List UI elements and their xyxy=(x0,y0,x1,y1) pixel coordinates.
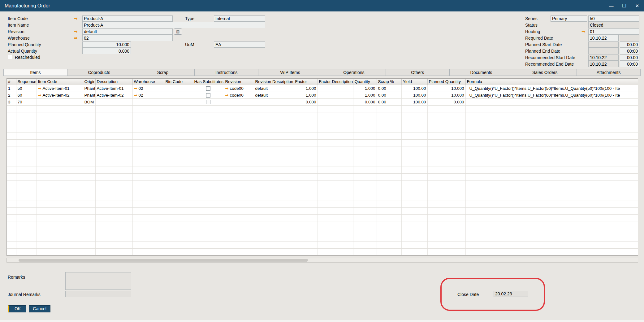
revision-field[interactable]: default xyxy=(82,28,173,35)
cell-planned-quantity[interactable] xyxy=(427,160,465,167)
scrollbar-thumb[interactable] xyxy=(19,259,308,262)
cell-revision-description[interactable] xyxy=(254,173,294,180)
cell-num[interactable] xyxy=(7,112,16,119)
cell-formula[interactable] xyxy=(465,139,638,146)
cell-yield-pct[interactable] xyxy=(401,194,427,201)
cell-warehouse[interactable] xyxy=(132,248,164,255)
cell-revision[interactable] xyxy=(224,228,254,235)
cell-yield-pct[interactable] xyxy=(401,214,427,221)
cell-yield-pct[interactable] xyxy=(401,201,427,207)
cell-revision-description[interactable] xyxy=(254,187,294,194)
cell-origin[interactable] xyxy=(83,153,95,160)
cell-revision[interactable] xyxy=(224,194,254,201)
has-substitutes-checkbox[interactable] xyxy=(206,93,210,98)
cell-formula[interactable] xyxy=(465,98,638,105)
cell-bin-code[interactable] xyxy=(164,85,193,92)
cell-description[interactable] xyxy=(95,105,132,112)
cell-warehouse[interactable] xyxy=(132,180,164,187)
cell-bin-code[interactable] xyxy=(164,133,193,139)
cell-revision-description[interactable] xyxy=(254,228,294,235)
cell-factor[interactable] xyxy=(294,180,318,187)
col-header-planned-quantity[interactable]: Planned Quantity xyxy=(427,79,465,85)
cell-revision[interactable] xyxy=(224,201,254,207)
cell-num[interactable] xyxy=(7,173,16,180)
cell-factor-description[interactable] xyxy=(318,105,353,112)
cell-yield-pct[interactable] xyxy=(401,187,427,194)
planned-quantity-field[interactable]: 10.000 xyxy=(82,41,131,48)
cell-description[interactable] xyxy=(95,173,132,180)
cell-origin[interactable] xyxy=(83,126,95,133)
cell-scrap-pct[interactable]: 0.00 xyxy=(377,98,401,105)
cell-warehouse[interactable] xyxy=(132,160,164,167)
cell-scrap-pct[interactable] xyxy=(377,160,401,167)
cell-factor-description[interactable] xyxy=(318,126,353,133)
cell-quantity[interactable] xyxy=(353,235,377,242)
cell-factor-description[interactable] xyxy=(318,85,353,92)
cell-has-substitutes[interactable] xyxy=(193,167,224,173)
cell-origin[interactable] xyxy=(83,235,95,242)
col-header-sequence[interactable]: Sequence xyxy=(16,79,37,85)
cell-sequence[interactable]: 50 xyxy=(16,85,37,92)
cell-sequence[interactable] xyxy=(16,180,37,187)
cell-planned-quantity[interactable] xyxy=(427,248,465,255)
tab-wip-items[interactable]: WIP Items xyxy=(258,69,322,76)
cell-revision-description[interactable]: default xyxy=(254,92,294,98)
planned-start-time-field[interactable]: 00:00 xyxy=(620,41,639,48)
has-substitutes-checkbox[interactable] xyxy=(206,86,210,91)
cell-warehouse[interactable] xyxy=(132,133,164,139)
cell-formula[interactable] xyxy=(465,153,638,160)
cell-num[interactable] xyxy=(7,146,16,153)
cell-item-code[interactable] xyxy=(37,139,83,146)
planned-end-date-field[interactable] xyxy=(588,48,619,54)
cell-origin[interactable] xyxy=(83,207,95,214)
cell-item-code[interactable] xyxy=(37,235,83,242)
cell-yield-pct[interactable] xyxy=(401,153,427,160)
cell-item-code[interactable] xyxy=(37,98,83,105)
tab-items[interactable]: Items xyxy=(3,69,67,76)
cell-revision-description[interactable] xyxy=(254,180,294,187)
cell-factor[interactable] xyxy=(294,187,318,194)
cell-description[interactable] xyxy=(95,242,132,248)
cell-item-code[interactable] xyxy=(37,180,83,187)
cell-quantity[interactable] xyxy=(353,221,377,228)
cell-description[interactable] xyxy=(95,160,132,167)
cell-factor-description[interactable] xyxy=(318,235,353,242)
cell-description[interactable] xyxy=(95,228,132,235)
actual-quantity-field[interactable]: 0.000 xyxy=(82,48,131,54)
cell-quantity[interactable] xyxy=(353,248,377,255)
col-header-quantity[interactable]: Quantity xyxy=(353,79,377,85)
cell-sequence[interactable] xyxy=(16,221,37,228)
cell-item-code[interactable] xyxy=(37,126,83,133)
cell-item-code[interactable] xyxy=(37,146,83,153)
item-code-field[interactable]: Product-A xyxy=(82,15,173,22)
cell-item-code[interactable] xyxy=(37,167,83,173)
cell-item-code[interactable] xyxy=(37,242,83,248)
routing-field[interactable]: 01 xyxy=(588,28,639,35)
cell-num[interactable] xyxy=(7,187,16,194)
minimize-icon[interactable]: — xyxy=(605,0,618,11)
cell-scrap-pct[interactable] xyxy=(377,221,401,228)
cell-description[interactable] xyxy=(95,133,132,139)
cell-origin[interactable] xyxy=(83,133,95,139)
cell-revision-description[interactable]: default xyxy=(254,85,294,92)
cell-planned-quantity[interactable]: 10.000 xyxy=(427,92,465,98)
cell-origin[interactable] xyxy=(83,119,95,126)
cell-revision[interactable] xyxy=(224,146,254,153)
cell-sequence[interactable] xyxy=(16,201,37,207)
cell-sequence[interactable] xyxy=(16,146,37,153)
cell-scrap-pct[interactable] xyxy=(377,153,401,160)
cell-item-code[interactable] xyxy=(37,173,83,180)
cell-factor[interactable]: 0.000 xyxy=(294,98,318,105)
cell-item-code[interactable]: ➡Active-Item-01 xyxy=(37,85,83,92)
cell-revision-description[interactable] xyxy=(254,160,294,167)
cell-revision[interactable] xyxy=(224,221,254,228)
cell-origin[interactable]: Phantom xyxy=(83,85,95,92)
cell-num[interactable] xyxy=(7,126,16,133)
col-header-item-code[interactable]: Item Code xyxy=(37,79,83,85)
cell-quantity[interactable] xyxy=(353,126,377,133)
cell-revision[interactable] xyxy=(224,180,254,187)
cell-factor[interactable] xyxy=(294,173,318,180)
recommended-start-date-field[interactable]: 10.10.22 xyxy=(588,54,619,61)
cell-warehouse[interactable] xyxy=(132,221,164,228)
cell-quantity[interactable] xyxy=(353,228,377,235)
